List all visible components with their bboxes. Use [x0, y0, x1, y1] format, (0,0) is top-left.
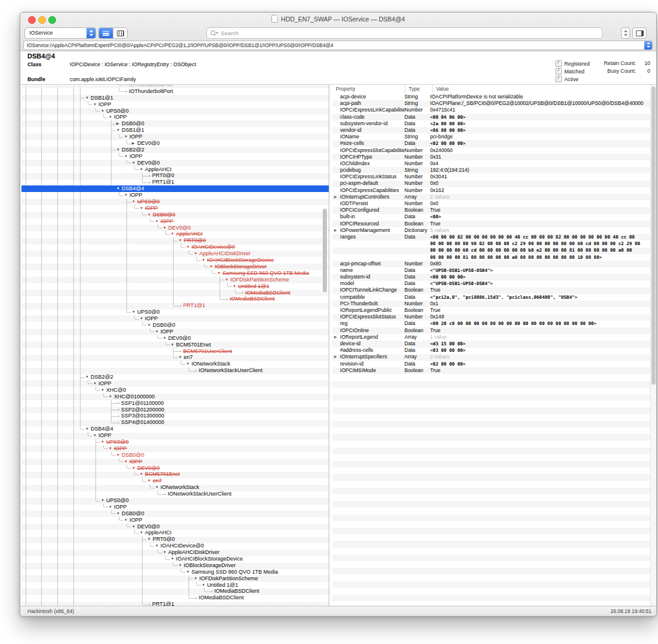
disclosure-open-icon[interactable]: ▼	[116, 452, 120, 459]
property-row[interactable]: IOPCIResourcedBooleanTrue	[332, 221, 656, 227]
tree-row[interactable]: ▼IOPP	[21, 134, 329, 140]
disclosure-open-icon[interactable]: ▼	[217, 270, 221, 277]
tree-row[interactable]: ▼PRT0@0	[21, 237, 329, 244]
tree-row[interactable]: ▼DSB4@4	[21, 426, 329, 432]
tree-row[interactable]: ▼IOPP	[21, 517, 329, 524]
disclosure-closed-icon[interactable]: ▶	[334, 354, 337, 360]
tree-row[interactable]: ▼AppleAHCIDiskDriver	[21, 549, 329, 556]
disclosure-open-icon[interactable]: ▼	[140, 471, 143, 478]
column-header-property[interactable]: Property	[332, 85, 405, 94]
tree-row[interactable]: ▼IOPP	[21, 329, 329, 335]
tree-row[interactable]: ▼DEV0@0	[21, 524, 329, 530]
disclosure-open-icon[interactable]: ▼	[109, 504, 112, 510]
tree-row[interactable]: ▼IOAHCIDevice@0	[21, 543, 329, 549]
property-pane[interactable]: Property Type Value acpi-deviceStringIOA…	[332, 85, 656, 606]
disclosure-open-icon[interactable]: ▼	[202, 257, 205, 264]
disclosure-open-icon[interactable]: ▼	[194, 250, 197, 257]
disclosure-open-icon[interactable]: ▼	[178, 237, 182, 244]
property-scrollbar-thumb[interactable]	[651, 86, 656, 385]
tree-row[interactable]: ▼DSB1@1	[21, 95, 329, 101]
disclosure-open-icon[interactable]: ▼	[116, 127, 120, 134]
property-row[interactable]: acpi-pmcap-offsetNumber0x80	[332, 261, 656, 267]
tree-row[interactable]: PRT1@1	[21, 179, 329, 185]
disclosure-open-icon[interactable]: ▼	[109, 114, 112, 120]
tree-row[interactable]: ▼IOAHCIBlockStorageDevice	[21, 257, 329, 264]
tree-row[interactable]: ▼IONetworkStack	[21, 484, 329, 491]
disclosure-open-icon[interactable]: ▼	[194, 575, 197, 582]
disclosure-open-icon[interactable]: ▼	[93, 432, 97, 439]
disclosure-open-icon[interactable]: ▼	[163, 335, 166, 342]
tree-row[interactable]: ▼en7	[21, 354, 329, 361]
property-row[interactable]: compatibleData<"pci2a,0", "pci8086,15d3"…	[332, 294, 656, 301]
disclosure-open-icon[interactable]: ▼	[209, 264, 213, 270]
tree-row[interactable]: SSP2@01200000	[21, 407, 329, 413]
property-scrollbar-track[interactable]	[650, 85, 656, 606]
disclosure-open-icon[interactable]: ▼	[147, 536, 151, 543]
tree-row[interactable]: ▼IOPP	[21, 459, 329, 465]
path-field[interactable]: IOService:/AppleACPIPlatformExpert/PCI0@…	[23, 41, 653, 50]
property-row[interactable]: IOPCIOnlineBooleanTrue	[332, 327, 656, 334]
disclosure-open-icon[interactable]: ▼	[124, 153, 128, 160]
disclosure-open-icon[interactable]: ▼	[93, 380, 97, 387]
disclosure-open-icon[interactable]: ▼	[147, 478, 151, 484]
tree-row[interactable]: ▼IOPP	[21, 380, 329, 387]
disclosure-open-icon[interactable]: ▼	[85, 374, 89, 380]
tree-row[interactable]: ▼DSB0@0	[21, 510, 329, 517]
tree-row[interactable]: ▼IOFDiskPartitionScheme	[21, 277, 329, 283]
disclosure-open-icon[interactable]: ▼	[124, 459, 128, 465]
disclosure-open-icon[interactable]: ▼	[132, 199, 135, 205]
disclosure-open-icon[interactable]: ▼	[155, 484, 159, 491]
property-row[interactable]: #address-cellsData<03 00 00 00>	[332, 347, 656, 354]
disclosure-open-icon[interactable]: ▼	[85, 95, 89, 101]
disclosure-open-icon[interactable]: ▼	[109, 394, 112, 400]
disclosure-open-icon[interactable]: ▼	[147, 322, 151, 329]
titlebar[interactable]: HDD_EN7_SWAP — IOService — DSB4@4	[20, 13, 656, 26]
disclosure-open-icon[interactable]: ▼	[171, 231, 174, 237]
disclosure-open-icon[interactable]: ▼	[124, 134, 128, 140]
property-row[interactable]: IONameStringpci-bridge	[332, 134, 656, 140]
tree-row[interactable]: ▼DSB0@0	[21, 452, 329, 459]
disclosure-open-icon[interactable]: ▼	[225, 277, 228, 283]
property-row[interactable]: IOPCIExpressLinkStatusNumber0x3041	[332, 174, 656, 180]
disclosure-open-icon[interactable]: ▼	[124, 517, 128, 524]
property-row[interactable]: revision-idData<02 00 00 00>	[332, 361, 656, 367]
disclosure-open-icon[interactable]: ▼	[178, 354, 182, 361]
tree-row[interactable]: ▼DSB1@1	[21, 127, 329, 134]
tree-row[interactable]: ▶DSB0@0	[21, 120, 329, 127]
tree-row[interactable]: ▼DSB4@4	[21, 185, 329, 192]
property-row[interactable]: IOPCIExpressLinkCapabilitiesNumber0x4715…	[332, 107, 656, 113]
disclosure-open-icon[interactable]: ▼	[116, 147, 120, 153]
tree-row[interactable]: ▼Samsung SSD 860 QVO 1TB Media	[21, 569, 329, 575]
tree-row[interactable]: ▼Samsung SSD 860 QVO 1TB Media	[21, 270, 329, 277]
disclosure-open-icon[interactable]: ▼	[116, 510, 120, 517]
column-header-value[interactable]: Value	[433, 85, 656, 94]
tree-row[interactable]: ▼UPS0@0	[21, 199, 329, 205]
tree-row[interactable]: ▼IOBlockStorageDriver	[21, 562, 329, 569]
property-row[interactable]: acpi-pathStringIOACPIPlane:/_SB/PCI0@0/P…	[332, 100, 656, 107]
disclosure-open-icon[interactable]: ▼	[93, 101, 97, 108]
property-row[interactable]: IOPCIExpressCapabilitiesNumber0x162	[332, 187, 656, 194]
tree-row[interactable]: IOMediaBSDClient	[21, 588, 329, 595]
tree-row[interactable]: BCM5701UserClient	[21, 348, 329, 355]
disclosure-open-icon[interactable]: ▼	[101, 439, 104, 445]
tree-row[interactable]: SSP1@01100000	[21, 400, 329, 407]
tree-row[interactable]: ▼PRT0@0	[21, 536, 329, 543]
checkbox-registered[interactable]: Registered	[555, 60, 590, 67]
disclosure-open-icon[interactable]: ▼	[140, 315, 143, 322]
tree-row[interactable]: IONetworkStackUserClient	[21, 367, 329, 374]
path-stepper-button[interactable]	[644, 41, 652, 49]
search-input[interactable]: Search	[206, 27, 603, 39]
disclosure-closed-icon[interactable]: ▶	[116, 120, 119, 127]
disclosure-open-icon[interactable]: ▼	[85, 426, 89, 432]
property-row[interactable]: class-codeData<00 04 06 00>	[332, 114, 656, 120]
disclosure-open-icon[interactable]: ▼	[186, 569, 190, 575]
tree-row[interactable]: IOMediaBSDClient	[21, 296, 329, 302]
disclosure-open-icon[interactable]: ▼	[132, 524, 135, 530]
property-row[interactable]: #size-cellsData<02 00 00 00>	[332, 140, 656, 147]
tree-row[interactable]: ▼UPS0@0	[21, 309, 329, 315]
property-row[interactable]: nameData<"UPSB-DSB1-UPS0-DSB4">	[332, 267, 656, 274]
checkbox-matched[interactable]: Matched	[555, 68, 585, 75]
property-row[interactable]: ▶IOReportLegendArray1 value	[332, 334, 656, 340]
disclosure-open-icon[interactable]: ▼	[171, 342, 174, 348]
disclosure-open-icon[interactable]: ▼	[116, 185, 120, 192]
